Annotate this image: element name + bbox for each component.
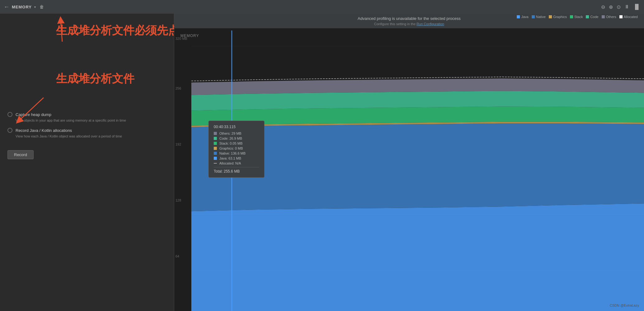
annotation-text-2: 生成堆分析文件	[56, 71, 134, 86]
tooltip-graphics-dot	[214, 147, 217, 150]
record-button[interactable]: Record	[7, 150, 34, 159]
tooltip-java-dot	[214, 157, 217, 160]
tooltip-total: Total: 255.6 MB	[214, 167, 259, 174]
others-color-dot	[602, 15, 605, 18]
legend-allocated: Allocated	[619, 15, 638, 19]
capture-heap-option: Capture heap dump View objects in your a…	[7, 112, 166, 123]
legend-java-label: Java	[521, 15, 528, 19]
record-alloc-desc: View how each Java / Kotlin object was a…	[16, 134, 166, 139]
chart-area: MEMORY 320 MB 256 192 128 64	[174, 30, 644, 311]
legend-code: Code	[586, 15, 598, 19]
stack-color-dot	[570, 15, 573, 18]
tooltip-others: Others: 29 MB	[214, 132, 259, 135]
tooltip-native-dot	[214, 152, 217, 155]
legend-graphics-label: Graphics	[553, 15, 567, 19]
tooltip-code-value: Code: 26.9 MB	[219, 137, 242, 140]
memory-tooltip: 00:40:33.115 Others: 29 MB Code: 26.9 MB…	[208, 121, 264, 178]
right-panel: Advanced profiling is unavailable for th…	[174, 14, 644, 311]
watermark: CSDN @ExtraLazy	[610, 304, 639, 307]
record-alloc-radio[interactable]	[7, 128, 12, 133]
legend-graphics: Graphics	[549, 15, 567, 19]
tooltip-others-dot	[214, 132, 217, 135]
record-alloc-option: Record Java / Kotlin allocations View ho…	[7, 128, 166, 139]
tooltip-graphics-value: Graphics: 0 MB	[219, 146, 243, 150]
tooltip-others-value: Others: 29 MB	[219, 132, 241, 135]
legend-native-label: Native	[536, 15, 546, 19]
tooltip-time: 00:40:33.115	[214, 125, 259, 129]
legend-others: Others	[602, 15, 616, 19]
legend-stack: Stack	[570, 15, 583, 19]
warning-link[interactable]: Run Configuration	[417, 22, 444, 26]
legend-java: Java	[517, 15, 528, 19]
y-label-128: 128	[175, 198, 181, 202]
tooltip-code-dot	[214, 137, 217, 140]
warning-text-secondary: Configure this setting in the Run Config…	[374, 22, 444, 26]
pause-icon[interactable]: ⏸	[624, 4, 629, 10]
native-color-dot	[532, 15, 535, 18]
tooltip-java: Java: 63.1 MB	[214, 156, 259, 160]
top-bar-right: ⊖ ⊕ ⊙ ⏸ ▐▌	[601, 4, 640, 10]
tooltip-allocated-value: Allocated: N/A	[219, 161, 241, 165]
dropdown-arrow-icon: ▾	[34, 5, 36, 9]
graphics-color-dot	[549, 15, 552, 18]
capture-heap-title: Capture heap dump	[16, 112, 51, 117]
maximize-icon[interactable]: ⊕	[609, 4, 613, 10]
y-label-256: 256	[175, 86, 181, 90]
java-color-dot	[517, 15, 520, 18]
tooltip-allocated: Allocated: N/A	[214, 161, 259, 165]
back-button[interactable]: ←	[4, 4, 9, 10]
tooltip-graphics: Graphics: 0 MB	[214, 146, 259, 150]
legend-native: Native	[532, 15, 546, 19]
legend-others-label: Others	[606, 15, 616, 19]
minimize-icon[interactable]: ⊖	[601, 4, 605, 10]
y-label-320: 320 MB	[175, 37, 187, 40]
options-area: Capture heap dump View objects in your a…	[0, 107, 174, 164]
tooltip-stack-value: Stack: 0.05 MB	[219, 142, 243, 145]
tooltip-allocated-dash	[214, 163, 217, 164]
top-bar: ← MEMORY ▾ 🗑 ⊖ ⊕ ⊙ ⏸ ▐▌	[0, 0, 644, 14]
record-alloc-title: Record Java / Kotlin allocations	[16, 128, 72, 133]
warning-text-primary: Advanced profiling is unavailable for th…	[358, 16, 461, 21]
record-alloc-header: Record Java / Kotlin allocations	[7, 128, 166, 133]
tooltip-stack: Stack: 0.05 MB	[214, 142, 259, 145]
legend-code-label: Code	[590, 15, 598, 19]
legend-stack-label: Stack	[574, 15, 583, 19]
y-label-192: 192	[175, 142, 181, 146]
y-label-64: 64	[175, 254, 179, 258]
allocated-color-dot	[619, 15, 623, 18]
legend-bar: Java Native Graphics Stack Code Others	[517, 15, 638, 19]
window-icon[interactable]: ▐▌	[633, 4, 640, 10]
capture-heap-header: Capture heap dump	[7, 112, 166, 117]
restore-icon[interactable]: ⊙	[617, 4, 621, 10]
main-layout: 生成堆分析文件必须先点 GC几次，以免分析错误 生成堆分析文件 Capture …	[0, 14, 644, 311]
left-panel: 生成堆分析文件必须先点 GC几次，以免分析错误 生成堆分析文件 Capture …	[0, 14, 174, 311]
delete-button[interactable]: 🗑	[40, 4, 44, 9]
svg-marker-9	[191, 203, 644, 311]
tooltip-java-value: Java: 63.1 MB	[219, 156, 241, 160]
memory-title: MEMORY	[12, 5, 32, 9]
capture-heap-radio[interactable]	[7, 112, 12, 117]
tooltip-stack-dot	[214, 142, 217, 145]
top-bar-left: ← MEMORY ▾ 🗑	[4, 4, 44, 10]
tooltip-native-value: Native: 136.6 MB	[219, 151, 245, 155]
legend-allocated-label: Allocated	[624, 15, 638, 19]
tooltip-native: Native: 136.6 MB	[214, 151, 259, 155]
capture-heap-desc: View objects in your app that are using …	[16, 118, 166, 123]
tooltip-code: Code: 26.9 MB	[214, 137, 259, 140]
code-color-dot	[586, 15, 589, 18]
